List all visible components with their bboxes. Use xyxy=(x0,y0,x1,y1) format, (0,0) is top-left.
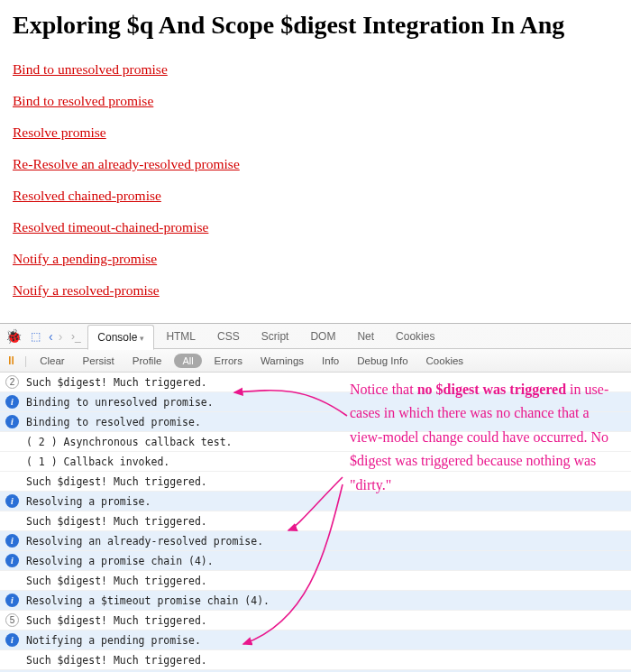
nav-forward[interactable]: › xyxy=(57,329,65,344)
console-message: Binding to unresolved promise. xyxy=(26,396,214,409)
link-reresolve[interactable]: Re-Resolve an already-resolved promise xyxy=(13,156,240,171)
filter-cookies[interactable]: Cookies xyxy=(421,354,470,368)
count-badge: 2 xyxy=(5,375,19,389)
clear-button[interactable]: Clear xyxy=(34,354,69,368)
tab-script[interactable]: Script xyxy=(251,324,299,349)
console-message: Resolving a $timeout promise chain (4). xyxy=(26,594,270,607)
link-bind-unresolved[interactable]: Bind to unresolved promise xyxy=(13,61,168,77)
break-icon[interactable]: ⏸ xyxy=(5,354,17,367)
console-message: Such $digest! Much triggered. xyxy=(26,475,207,488)
console-row: Such $digest! Much triggered. xyxy=(0,650,631,670)
link-chained[interactable]: Resolved chained-promise xyxy=(13,188,161,203)
console-message: ( 2 ) Asynchronous callback test. xyxy=(26,436,232,448)
console-message: Binding to resolved promise. xyxy=(26,416,201,428)
console-message: Such $digest! Much triggered. xyxy=(26,654,207,667)
console-message: Resolving a promise chain (4). xyxy=(26,555,214,567)
filter-all[interactable]: All xyxy=(174,354,201,368)
filter-warnings[interactable]: Warnings xyxy=(255,354,309,368)
console-message: Such $digest! Much triggered. xyxy=(26,614,207,627)
filter-errors[interactable]: Errors xyxy=(209,354,248,368)
filter-info[interactable]: Info xyxy=(316,354,344,368)
console-message: Such $digest! Much triggered. xyxy=(26,376,207,389)
command-line-icon[interactable]: ›_ xyxy=(66,327,86,346)
page-title: Exploring $q And Scope $digest Integrati… xyxy=(13,11,618,40)
console-row: iNotifying a pending promise. xyxy=(0,631,631,650)
link-timeout-chained[interactable]: Resolved timeout-chained-promise xyxy=(13,219,208,235)
devtools-tabbar: 🐞 ⬚ ‹ › ›_ Console▾ HTML CSS Script DOM … xyxy=(0,324,631,349)
blank-icon xyxy=(5,455,19,468)
console-row: Such $digest! Much triggered. xyxy=(0,511,631,531)
link-bind-resolved[interactable]: Bind to resolved promise xyxy=(13,93,153,108)
info-icon: i xyxy=(5,534,19,548)
console-row: 5Such $digest! Much triggered. xyxy=(0,611,631,631)
info-icon: i xyxy=(5,633,19,647)
info-icon: i xyxy=(5,395,19,409)
profile-button[interactable]: Profile xyxy=(127,354,168,368)
console-message: ( 1 ) Callback invoked. xyxy=(26,456,169,468)
annotation-text: Notice that no $digest was triggered in … xyxy=(350,378,609,497)
console-message: Notifying a pending promise. xyxy=(26,634,201,647)
blank-icon xyxy=(5,474,19,488)
blank-icon xyxy=(5,653,19,667)
tab-cookies[interactable]: Cookies xyxy=(386,324,444,349)
nav-back[interactable]: ‹ xyxy=(47,329,55,344)
console-message: Resolving an already-resolved promise. xyxy=(26,535,263,548)
action-links: Bind to unresolved promise Bind to resol… xyxy=(13,61,618,299)
filter-debug[interactable]: Debug Info xyxy=(352,354,413,368)
devtools-subbar: ⏸ | Clear Persist Profile All Errors War… xyxy=(0,349,631,373)
tab-console[interactable]: Console▾ xyxy=(87,325,154,350)
persist-button[interactable]: Persist xyxy=(78,354,120,368)
tab-net[interactable]: Net xyxy=(347,324,384,349)
info-icon: i xyxy=(5,494,19,508)
count-badge: 5 xyxy=(5,613,19,627)
tab-css[interactable]: CSS xyxy=(207,324,250,349)
link-resolve[interactable]: Resolve promise xyxy=(13,124,106,140)
link-notify-pending[interactable]: Notify a pending-promise xyxy=(13,251,157,266)
tab-html[interactable]: HTML xyxy=(156,324,206,349)
blank-icon xyxy=(5,435,19,448)
info-icon: i xyxy=(5,415,19,428)
tab-dom[interactable]: DOM xyxy=(300,324,345,349)
devtools-panel: 🐞 ⬚ ‹ › ›_ Console▾ HTML CSS Script DOM … xyxy=(0,323,631,672)
console-message: Such $digest! Much triggered. xyxy=(26,575,207,587)
console-row: iResolving a promise chain (4). xyxy=(0,551,631,571)
firebug-icon[interactable]: 🐞 xyxy=(4,327,23,346)
chevron-down-icon: ▾ xyxy=(140,334,144,343)
console-message: Such $digest! Much triggered. xyxy=(26,515,207,528)
link-notify-resolved[interactable]: Notify a resolved-promise xyxy=(13,282,160,298)
console-row: iResolving a $timeout promise chain (4). xyxy=(0,591,631,611)
info-icon: i xyxy=(5,554,19,567)
blank-icon xyxy=(5,514,19,528)
inspect-icon[interactable]: ⬚ xyxy=(25,327,45,346)
console-row: Such $digest! Much triggered. xyxy=(0,571,631,591)
console-row: iResolving an already-resolved promise. xyxy=(0,531,631,551)
info-icon: i xyxy=(5,594,19,607)
blank-icon xyxy=(5,574,19,587)
console-message: Resolving a promise. xyxy=(26,495,151,508)
